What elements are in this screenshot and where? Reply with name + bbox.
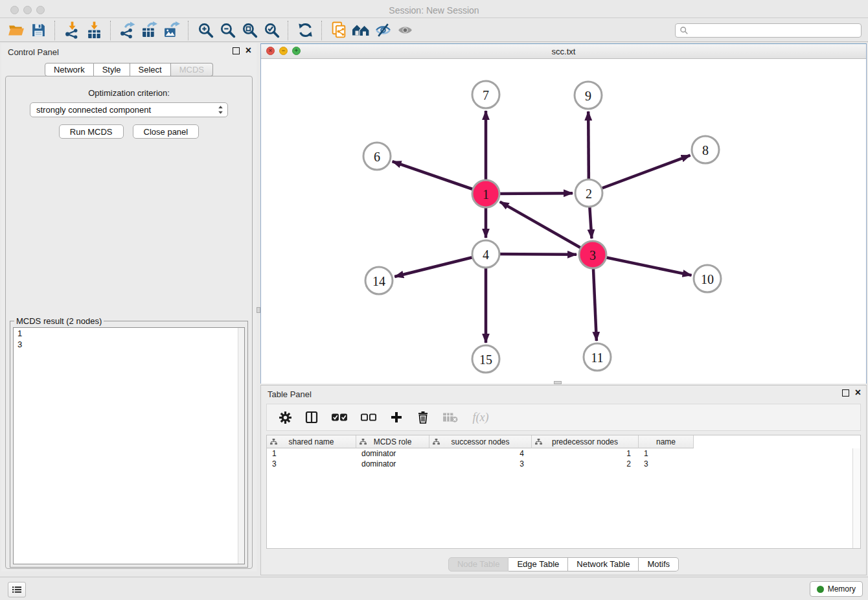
search-input[interactable] <box>691 25 861 36</box>
apply-function-button[interactable]: f(x) <box>470 410 492 425</box>
import-table-icon <box>86 21 103 39</box>
node-table: shared nameMCDS rolesuccessor nodesprede… <box>266 435 861 549</box>
task-list-button[interactable] <box>8 582 26 597</box>
graph-node-1[interactable]: 1 <box>472 180 499 207</box>
refresh-layout-button[interactable] <box>294 20 316 41</box>
column-header-successor-nodes[interactable]: successor nodes <box>429 435 532 448</box>
column-header-mcds-role[interactable]: MCDS role <box>356 435 429 448</box>
table-tab-node-table[interactable]: Node Table <box>448 557 509 571</box>
graph-node-3[interactable]: 3 <box>579 241 606 268</box>
table-scrollbar[interactable] <box>852 448 860 548</box>
select-all-button[interactable] <box>330 410 348 425</box>
export-image-button[interactable] <box>161 20 183 41</box>
graph-node-8[interactable]: 8 <box>692 136 719 163</box>
dropdown-stepper-icon <box>218 105 223 115</box>
column-header-predecessor-nodes[interactable]: predecessor nodes <box>532 435 639 448</box>
mcds-result-list[interactable]: 13 <box>13 327 245 564</box>
delete-entry-button[interactable] <box>415 410 431 425</box>
table-tab-motifs[interactable]: Motifs <box>639 557 679 571</box>
sitemap-icon <box>360 439 367 445</box>
table-row-2[interactable]: 3dominator323 <box>267 459 860 469</box>
column-layout-button[interactable] <box>304 410 319 425</box>
list-icon <box>12 585 21 594</box>
export-table-button[interactable] <box>139 20 161 41</box>
table-tab-edge-table[interactable]: Edge Table <box>508 557 568 571</box>
control-panel-title: Control Panel <box>8 47 59 57</box>
graph-node-label: 9 <box>585 89 591 103</box>
column-label: successor nodes <box>451 437 509 446</box>
result-scrollbar[interactable] <box>238 328 244 564</box>
network-graph[interactable]: 6798124314101511 <box>261 59 866 384</box>
zoom-fit-button[interactable] <box>238 20 260 41</box>
splitter-handle-vertical[interactable] <box>257 307 260 313</box>
splitter-handle-horizontal[interactable] <box>554 381 562 384</box>
mcds-result-item[interactable]: 3 <box>14 339 244 350</box>
duplicate-network-button[interactable] <box>328 20 350 41</box>
zoom-in-button[interactable] <box>194 20 216 41</box>
export-network-button[interactable] <box>117 20 139 41</box>
table-settings-button[interactable] <box>277 410 293 425</box>
graph-edge-2-8[interactable] <box>589 156 691 193</box>
close-panel-icon[interactable]: × <box>246 47 251 54</box>
import-network-button[interactable] <box>61 20 83 41</box>
duplicate-network-icon <box>330 21 348 39</box>
criterion-dropdown[interactable]: strongly connected component <box>30 102 228 117</box>
control-tab-style[interactable]: Style <box>94 63 130 76</box>
zoom-selected-button[interactable] <box>260 20 282 41</box>
network-canvas[interactable]: 6798124314101511 <box>261 59 866 384</box>
run-mcds-button[interactable]: Run MCDS <box>59 124 124 139</box>
graph-node-10[interactable]: 10 <box>694 265 721 292</box>
zoom-out-button[interactable] <box>216 20 238 41</box>
column-label: shared name <box>288 437 334 446</box>
mcds-result-legend: MCDS result (2 nodes) <box>14 316 104 326</box>
column-header-shared-name[interactable]: shared name <box>267 435 356 448</box>
open-session-button[interactable] <box>5 20 27 41</box>
graph-node-2[interactable]: 2 <box>575 179 602 207</box>
import-table-button[interactable] <box>83 20 105 41</box>
graph-node-label: 8 <box>702 143 709 157</box>
control-tab-network[interactable]: Network <box>45 63 94 76</box>
float-panel-icon[interactable] <box>233 47 240 54</box>
plus-icon <box>390 411 403 424</box>
table-row-1[interactable]: 1dominator411 <box>267 448 860 459</box>
graph-edge-3-1[interactable] <box>500 202 593 255</box>
export-table-icon <box>141 21 159 39</box>
toolbar-separator <box>54 21 56 40</box>
table-panel-header: Table Panel × <box>261 386 866 402</box>
close-panel-button[interactable]: Close panel <box>133 124 200 139</box>
add-entry-button[interactable] <box>389 410 404 425</box>
network-window-titlebar[interactable]: × − + scc.txt <box>261 44 866 59</box>
deselect-all-button[interactable] <box>360 410 378 425</box>
float-panel-icon[interactable] <box>842 389 849 397</box>
show-all-networks-button[interactable] <box>350 20 372 41</box>
graph-node-11[interactable]: 11 <box>584 343 611 371</box>
zoom-out-icon <box>220 22 236 38</box>
graph-node-7[interactable]: 7 <box>472 81 499 108</box>
graph-node-6[interactable]: 6 <box>363 143 391 170</box>
memory-button[interactable]: Memory <box>810 581 863 597</box>
mcds-result-item[interactable]: 1 <box>14 328 244 339</box>
save-floppy-icon <box>30 22 47 38</box>
graph-edge-3-10[interactable] <box>593 255 692 275</box>
graph-node-14[interactable]: 14 <box>365 267 393 294</box>
graph-node-4[interactable]: 4 <box>472 240 499 268</box>
table-cell-shared-name: 3 <box>267 459 356 468</box>
column-header-name[interactable]: name <box>639 435 694 448</box>
control-tab-select[interactable]: Select <box>130 63 171 76</box>
hide-panels-button[interactable] <box>372 20 394 41</box>
trash-icon <box>417 411 429 424</box>
open-folder-icon <box>8 22 25 39</box>
show-panels-button[interactable] <box>394 20 416 41</box>
save-session-button[interactable] <box>27 20 49 41</box>
graph-node-15[interactable]: 15 <box>472 345 499 373</box>
delete-table-button[interactable] <box>442 410 459 425</box>
graph-edge-1-6[interactable] <box>393 161 486 194</box>
table-tab-network-table[interactable]: Network Table <box>568 557 639 571</box>
graph-node-9[interactable]: 9 <box>575 82 602 109</box>
control-tab-mcds[interactable]: MCDS <box>171 63 213 76</box>
titlebar: Session: New Session <box>0 0 868 18</box>
memory-status-dot <box>817 586 824 593</box>
status-bar: Memory <box>0 577 868 600</box>
close-panel-icon[interactable]: × <box>855 389 861 397</box>
network-window-title: scc.txt <box>261 47 866 56</box>
